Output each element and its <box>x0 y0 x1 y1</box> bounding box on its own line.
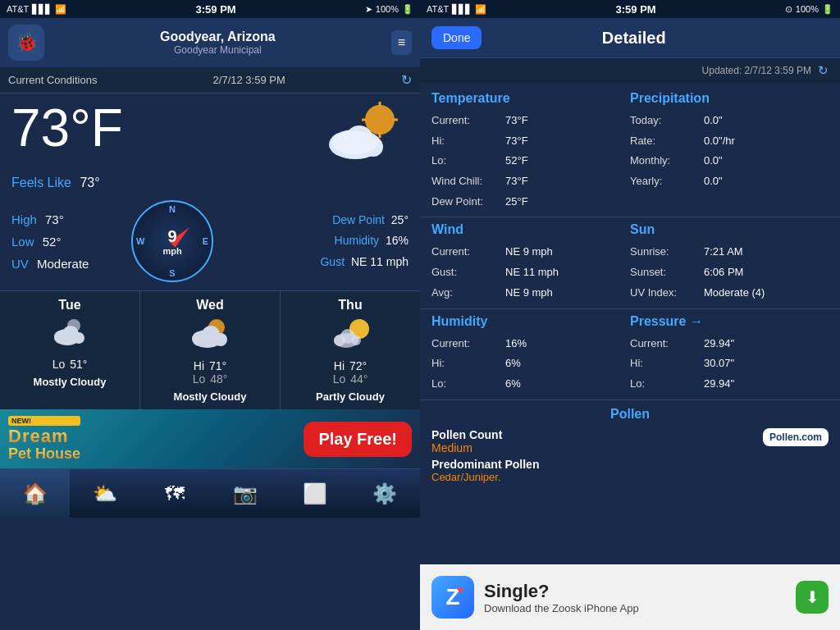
nav-screen[interactable]: ⬜ <box>280 469 349 518</box>
temp-lo-label: Lo: <box>431 151 505 171</box>
wind-chill-row: Wind Chill: 73°F <box>431 171 630 192</box>
humidity-pressure-section: Humidity Current: 16% Hi: 6% Lo: 6% Pres… <box>420 309 840 400</box>
wind-unit: mph <box>162 246 181 256</box>
ad-download-button[interactable]: ⬇ <box>796 581 829 614</box>
uv-value: Moderate <box>37 257 89 271</box>
refresh-button[interactable]: ↻ <box>401 72 412 88</box>
humidity-section-title: Humidity <box>431 314 630 329</box>
thu-hi-label: Hi <box>334 359 345 372</box>
temp-current-row: Current: 73°F <box>431 111 630 131</box>
right-panel: AT&T ▋▋▋ 📶 3:59 PM ⊙ 100% 🔋 Done Detaile… <box>420 0 840 630</box>
tue-lo-value: 51° <box>70 358 87 371</box>
humidity-current-value: 16% <box>505 334 527 354</box>
left-battery-pct: 100% <box>376 4 399 14</box>
low-value: 52° <box>43 235 62 249</box>
right-ad-banner[interactable]: Z ♥ Single? Download the Zoosk iPhone Ap… <box>420 564 840 630</box>
temp-current-label: Current: <box>431 111 505 131</box>
ad-left: NEW! Dream Pet House <box>8 416 80 463</box>
precip-today-label: Today: <box>630 111 704 131</box>
pollen-badge[interactable]: Pollen.com <box>763 428 829 446</box>
dew-point-stat: Dew Point 25° <box>226 210 409 231</box>
left-location-icon: ➤ <box>365 4 372 15</box>
wed-desc: Mostly Cloudy <box>145 390 275 403</box>
updated-text: Updated: 2/7/12 3:59 PM <box>702 65 811 76</box>
weather-main: 73°F <box>0 94 420 176</box>
ad-game-title: Dream <box>8 427 80 445</box>
sunrise-row: Sunrise: 7:21 AM <box>630 242 829 262</box>
sunrise-label: Sunrise: <box>630 242 704 262</box>
humidity-label: Humidity <box>335 234 379 247</box>
wed-hi-value: 71° <box>209 359 226 372</box>
sun-title: Sun <box>630 222 829 237</box>
thu-lo-temps: Lo 44° <box>285 372 415 386</box>
tue-name: Tue <box>5 298 135 313</box>
thu-hi-value: 72° <box>349 359 367 372</box>
uv-index-row: UV Index: Moderate (4) <box>630 283 829 304</box>
gust-value: NE 11 mph <box>351 255 409 268</box>
precip-yearly-label: Yearly: <box>630 171 704 192</box>
sun-section: Sun Sunrise: 7:21 AM Sunset: 6:06 PM UV … <box>630 222 829 303</box>
thu-desc: Partly Cloudy <box>285 390 415 403</box>
weather-icon-main <box>318 102 409 167</box>
right-battery-icon: 🔋 <box>822 4 833 15</box>
humidity-lo-value: 6% <box>505 374 521 395</box>
ad-banner[interactable]: NEW! Dream Pet House Play Free! <box>0 409 420 468</box>
thu-lo-label: Lo <box>333 372 346 386</box>
uv-index-label: UV Index: <box>630 283 704 304</box>
ad-game-sub: Pet House <box>8 445 80 463</box>
pressure-current-value: 29.94" <box>704 334 734 354</box>
detail-content: Temperature Current: 73°F Hi: 73°F Lo: 5… <box>420 83 840 564</box>
wed-lo-temps: Lo 48° <box>145 372 275 386</box>
pollen-section: Pollen Pollen Count Medium Predominant P… <box>420 400 840 490</box>
svg-point-14 <box>73 332 84 344</box>
temp-hi-label: Hi: <box>431 131 505 152</box>
precip-today-value: 0.0" <box>704 111 723 131</box>
left-carrier: AT&T <box>7 4 29 14</box>
ad-play-button[interactable]: Play Free! <box>304 422 412 457</box>
feels-like-label: Feels Like <box>11 176 71 189</box>
humidity-current-row: Current: 16% <box>431 334 630 354</box>
wind-chill-label: Wind Chill: <box>431 171 505 192</box>
done-button[interactable]: Done <box>431 26 482 49</box>
high-value: 73° <box>45 212 64 226</box>
right-wifi-icon: 📶 <box>475 4 486 15</box>
right-carrier: AT&T <box>427 4 449 14</box>
stats-row: High 73° Low 52° UV Moderate N S E W 9 <box>0 197 420 290</box>
wind-avg-label: Avg: <box>431 283 505 304</box>
sunset-label: Sunset: <box>630 262 704 283</box>
wind-gust-row: Gust: NE 11 mph <box>431 262 630 283</box>
temp-current-value: 73°F <box>505 111 528 131</box>
nav-weather[interactable]: ⛅ <box>70 469 139 518</box>
tue-lo: Lo 51° <box>5 358 135 371</box>
right-status-right: ⊙ 100% 🔋 <box>785 4 833 15</box>
pollen-left: Pollen Count Medium Predominant Pollen C… <box>431 428 539 483</box>
humidity-hi-label: Hi: <box>431 354 505 374</box>
pressure-lo-label: Lo: <box>630 374 704 395</box>
pollen-row: Pollen Count Medium Predominant Pollen C… <box>431 428 829 483</box>
precip-rate-value: 0.0"/hr <box>704 131 735 152</box>
temperature-section: Temperature Current: 73°F Hi: 73°F Lo: 5… <box>431 91 630 212</box>
wed-hi-label: Hi <box>194 359 204 372</box>
left-status-bar: AT&T ▋▋▋ 📶 3:59 PM ➤ 100% 🔋 <box>0 0 420 18</box>
ad-headline: Single? <box>484 581 786 602</box>
uv-index-value: Moderate (4) <box>704 283 765 304</box>
right-spinner-icon: ⊙ <box>785 4 792 15</box>
sunset-value: 6:06 PM <box>704 262 743 283</box>
stats-left: High 73° Low 52° UV Moderate <box>11 208 118 275</box>
wed-lo-value: 48° <box>210 372 227 386</box>
temp-hi-row: Hi: 73°F <box>431 131 630 152</box>
nav-home[interactable]: 🏠 <box>0 469 70 518</box>
nav-map[interactable]: 🗺 <box>140 469 210 518</box>
temp-lo-row: Lo: 52°F <box>431 151 630 171</box>
pressure-lo-value: 29.94" <box>704 374 734 395</box>
temp-precip-section: Temperature Current: 73°F Hi: 73°F Lo: 5… <box>420 86 840 217</box>
svg-point-24 <box>351 336 361 345</box>
nav-settings[interactable]: ⚙️ <box>350 469 420 518</box>
compass-north: N <box>169 204 176 214</box>
precip-rate-label: Rate: <box>630 131 704 152</box>
nav-camera[interactable]: 📷 <box>210 469 280 518</box>
temperature-title: Temperature <box>431 91 630 106</box>
svg-point-19 <box>214 333 227 346</box>
right-refresh-button[interactable]: ↻ <box>818 63 829 78</box>
menu-button[interactable]: ≡ <box>391 30 412 55</box>
